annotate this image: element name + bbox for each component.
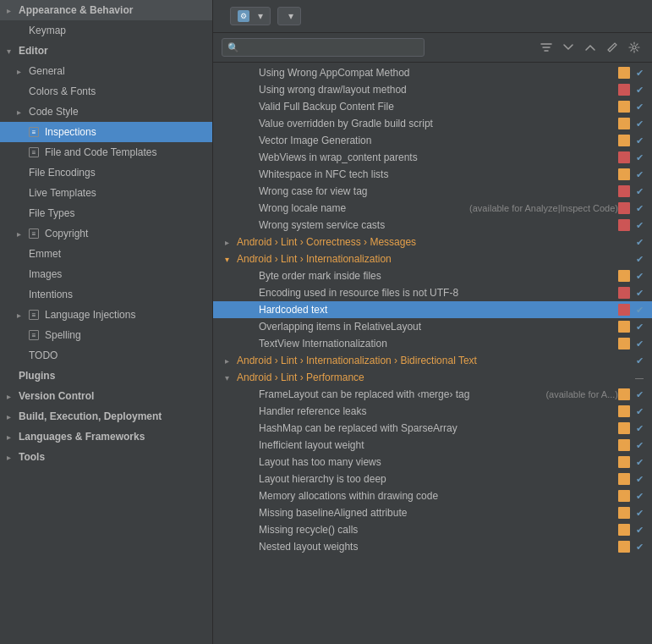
sidebar-item-tools[interactable]: Tools xyxy=(0,447,212,467)
row-text-26: Memory allocations within drawing code xyxy=(259,490,618,502)
sidebar-item-todo[interactable]: TODO xyxy=(0,345,212,366)
sidebar-item-languages-frameworks[interactable]: Languages & Frameworks xyxy=(0,427,212,447)
inspection-row-26[interactable]: Memory allocations within drawing code xyxy=(213,487,652,504)
sidebar-item-copyright[interactable]: ≡Copyright xyxy=(0,223,212,244)
inspection-row-9[interactable]: Wrong locale name(available for Analyze|… xyxy=(213,200,652,217)
check-box-3[interactable] xyxy=(633,101,645,113)
row-text-29: Nested layout weights xyxy=(259,541,618,553)
inspection-row-24[interactable]: Layout has too many views xyxy=(213,454,652,471)
sidebar-item-version-control[interactable]: Version Control xyxy=(0,386,212,406)
inspection-row-4[interactable]: Value overridden by Gradle build script xyxy=(213,115,652,132)
check-box-5[interactable] xyxy=(633,135,645,146)
severity-indicator-7 xyxy=(618,168,630,180)
edit-icon[interactable] xyxy=(603,38,622,57)
check-box-28[interactable] xyxy=(633,524,645,536)
sidebar-item-code-style[interactable]: Code Style xyxy=(0,102,212,122)
sidebar-item-file-types[interactable]: File Types xyxy=(0,203,212,223)
sidebar-item-editor[interactable]: Editor xyxy=(0,41,212,61)
row-text-5: Vector Image Generation xyxy=(259,135,618,146)
check-box-11[interactable] xyxy=(633,236,645,248)
settings-gear-icon[interactable] xyxy=(625,38,644,57)
check-box-25[interactable] xyxy=(633,473,645,485)
check-box-8[interactable] xyxy=(633,185,645,197)
check-box-24[interactable] xyxy=(633,456,645,468)
manage-button[interactable]: ▾ xyxy=(277,7,301,25)
check-box-26[interactable] xyxy=(633,490,645,502)
check-box-23[interactable] xyxy=(633,439,645,451)
inspection-row-18[interactable]: ▸Android › Lint › Internationalization ›… xyxy=(213,352,652,369)
check-box-4[interactable] xyxy=(633,118,645,129)
inspection-row-12[interactable]: ▾Android › Lint › Internationalization xyxy=(213,250,652,267)
check-box-27[interactable] xyxy=(633,507,645,519)
inspection-row-6[interactable]: WebViews in wrap_content parents xyxy=(213,149,652,166)
sidebar-item-emmet[interactable]: Emmet xyxy=(0,244,212,264)
check-box-7[interactable] xyxy=(633,168,645,180)
inspection-row-15[interactable]: Hardcoded text xyxy=(213,301,652,318)
inspection-row-13[interactable]: Byte order mark inside files xyxy=(213,267,652,284)
inspection-row-1[interactable]: Using Wrong AppCompat Method xyxy=(213,64,652,81)
sidebar-item-plugins[interactable]: Plugins xyxy=(0,366,212,386)
inspection-row-14[interactable]: Encoding used in resource files is not U… xyxy=(213,284,652,301)
inspection-row-19[interactable]: ▾Android › Lint › Performance xyxy=(213,369,652,386)
severity-indicator-28 xyxy=(618,524,630,536)
filter-icon[interactable] xyxy=(537,38,556,57)
expand-all-icon[interactable] xyxy=(559,38,578,57)
inspection-row-22[interactable]: HashMap can be replaced with SparseArray xyxy=(213,420,652,437)
collapse-all-icon[interactable] xyxy=(581,38,600,57)
inspection-row-16[interactable]: Overlapping items in RelativeLayout xyxy=(213,318,652,335)
check-box-18[interactable] xyxy=(633,355,645,366)
row-text-28: Missing recycle() calls xyxy=(259,524,618,536)
inspection-row-29[interactable]: Nested layout weights xyxy=(213,538,652,555)
check-box-1[interactable] xyxy=(633,67,645,79)
inspection-row-21[interactable]: Handler reference leaks xyxy=(213,403,652,420)
search-input[interactable] xyxy=(243,41,419,53)
check-box-2[interactable] xyxy=(633,84,645,96)
sidebar-item-file-encodings[interactable]: File Encodings xyxy=(0,162,212,183)
inspection-row-2[interactable]: Using wrong draw/layout method xyxy=(213,81,652,98)
sidebar-item-appearance[interactable]: Appearance & Behavior xyxy=(0,0,212,20)
check-box-17[interactable] xyxy=(633,338,645,350)
check-box-12[interactable] xyxy=(633,253,645,265)
row-text-15: Hardcoded text xyxy=(259,304,618,316)
inspection-row-27[interactable]: Missing baselineAligned attribute xyxy=(213,504,652,521)
check-box-6[interactable] xyxy=(633,151,645,163)
inspection-row-17[interactable]: TextView Internationalization xyxy=(213,335,652,352)
sidebar-item-language-injections[interactable]: ≡Language Injections xyxy=(0,305,212,325)
sidebar-item-label-keymap: Keymap xyxy=(29,25,66,36)
check-box-21[interactable] xyxy=(633,405,645,417)
inspection-row-28[interactable]: Missing recycle() calls xyxy=(213,521,652,538)
inspection-row-23[interactable]: Inefficient layout weight xyxy=(213,437,652,454)
row-suffix-9: (available for Analyze|Inspect Code) xyxy=(469,203,618,213)
check-box-15[interactable] xyxy=(633,304,645,316)
inspection-row-25[interactable]: Layout hierarchy is too deep xyxy=(213,471,652,487)
inspection-row-10[interactable]: Wrong system service casts xyxy=(213,217,652,234)
sidebar-item-general[interactable]: General xyxy=(0,61,212,81)
check-box-14[interactable] xyxy=(633,287,645,299)
sidebar-item-build-execution[interactable]: Build, Execution, Deployment xyxy=(0,406,212,427)
check-box-29[interactable] xyxy=(633,541,645,553)
sidebar-item-spelling[interactable]: ≡Spelling xyxy=(0,325,212,345)
inspection-row-20[interactable]: FrameLayout can be replaced with ‹merge›… xyxy=(213,386,652,403)
sidebar-item-inspections[interactable]: ≡Inspections xyxy=(0,122,212,142)
check-box-9[interactable] xyxy=(633,202,645,214)
inspection-row-8[interactable]: Wrong case for view tag xyxy=(213,183,652,200)
inspection-row-7[interactable]: Whitespace in NFC tech lists xyxy=(213,166,652,183)
check-box-13[interactable] xyxy=(633,270,645,282)
inspection-row-3[interactable]: Valid Full Backup Content File xyxy=(213,98,652,115)
inspection-row-11[interactable]: ▸Android › Lint › Correctness › Messages xyxy=(213,234,652,250)
severity-indicator-15 xyxy=(618,304,630,316)
sidebar-item-intentions[interactable]: Intentions xyxy=(0,284,212,305)
profile-dropdown[interactable]: ⚙ ▾ xyxy=(230,7,271,25)
check-box-10[interactable] xyxy=(633,219,645,231)
check-box-19[interactable] xyxy=(633,372,645,383)
check-box-16[interactable] xyxy=(633,321,645,333)
sidebar-item-images[interactable]: Images xyxy=(0,264,212,284)
sidebar-item-live-templates[interactable]: Live Templates xyxy=(0,183,212,203)
sidebar-item-keymap[interactable]: Keymap xyxy=(0,20,212,41)
sidebar-item-colors-fonts[interactable]: Colors & Fonts xyxy=(0,81,212,102)
inspection-row-5[interactable]: Vector Image Generation xyxy=(213,132,652,149)
search-input-wrap[interactable]: 🔍 xyxy=(222,38,425,57)
sidebar-item-file-code-templates[interactable]: ≡File and Code Templates xyxy=(0,142,212,162)
check-box-20[interactable] xyxy=(633,388,645,400)
check-box-22[interactable] xyxy=(633,422,645,434)
